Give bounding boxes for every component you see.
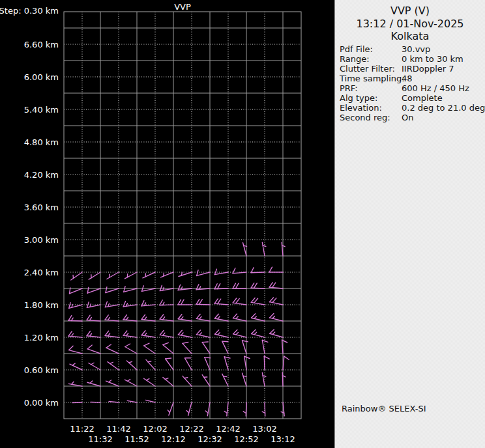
barb-feather (205, 357, 211, 358)
wind-barb (107, 272, 119, 279)
barb-feather (108, 333, 110, 336)
wind-barb (89, 272, 100, 279)
barb-feather (148, 361, 151, 362)
barb-feather (196, 285, 199, 290)
y-axis-label: 4.80 km (24, 137, 59, 147)
y-axis-labels: 6.60 km6.00 km5.40 km4.80 km4.20 km3.60 … (24, 40, 59, 408)
barb-feather (87, 331, 90, 336)
wind-barb (233, 298, 246, 305)
wind-barb (105, 331, 119, 337)
wind-barb (222, 374, 228, 386)
branding-text: Rainbow® SELEX-SI (342, 404, 426, 413)
barb-feather (236, 316, 238, 319)
barb-staff (214, 288, 228, 289)
barb-feather (233, 329, 237, 333)
wind-barb (69, 303, 82, 309)
barb-feather (145, 317, 147, 320)
barb-feather (108, 317, 110, 320)
barb-staff (197, 272, 210, 275)
barb-staff (106, 381, 119, 386)
wind-barb (163, 378, 173, 386)
barb-feather (197, 270, 198, 276)
wind-barb (160, 315, 173, 321)
wind-barb (178, 330, 192, 337)
wind-barb (270, 329, 283, 337)
barb-feather (163, 343, 168, 344)
param-label: Pdf File: (340, 44, 373, 54)
plot-title: VVP (174, 2, 191, 12)
wind-barb (123, 331, 137, 337)
barb-feather (109, 380, 111, 382)
wind-barb (262, 242, 265, 256)
param-label: Elevation: (340, 103, 382, 113)
barb-feather (178, 330, 182, 335)
x-axis-label: 11:22 (70, 424, 94, 434)
barb-staff (242, 341, 246, 354)
wind-barb (87, 331, 100, 337)
param-label: PRF: (340, 83, 358, 93)
barb-staff (125, 272, 137, 279)
x-axis-label: 12:22 (179, 424, 203, 434)
wind-barb (251, 268, 265, 273)
barb-feather (127, 380, 130, 382)
barb-staff (227, 402, 228, 416)
barb-feather (184, 378, 188, 378)
barb-feather (218, 299, 221, 303)
barb-staff (188, 402, 192, 415)
barb-feather (251, 298, 255, 302)
wind-barb (141, 315, 155, 321)
barb-feather (270, 313, 274, 317)
barb-feather (218, 284, 220, 289)
wind-barb (178, 285, 192, 290)
x-axis-label: 12:42 (216, 424, 240, 434)
panel-site: Kolkata (335, 30, 485, 43)
barb-staff (166, 359, 173, 370)
wind-barb (87, 315, 100, 321)
barb-feather (123, 301, 125, 307)
vvp-plot-canvas: VVP Step: 0.30 km 6.60 km6.00 km5.40 km4… (0, 0, 334, 448)
barb-feather (145, 333, 147, 336)
barb-feather (244, 356, 250, 358)
barb-feather (87, 315, 90, 320)
barb-feather (163, 317, 165, 320)
barb-feather (224, 411, 227, 413)
param-value: IIRDoppler 7 (402, 64, 454, 74)
barb-feather (218, 316, 220, 319)
wind-barb (68, 382, 82, 386)
wind-barb (160, 285, 173, 290)
param-value: On (402, 113, 413, 122)
wind-barb (224, 357, 230, 370)
x-axis-label: 11:42 (106, 424, 130, 434)
param-value: 0.2 deg to 21.0 deg (402, 103, 485, 113)
barb-staff (179, 272, 192, 276)
barb-staff (160, 305, 173, 305)
y-axis-label: 1.20 km (24, 333, 59, 343)
wind-barb (242, 373, 246, 386)
barb-feather (242, 341, 248, 342)
barb-feather (105, 301, 107, 307)
y-axis-label: 1.80 km (24, 300, 59, 310)
barb-staff (185, 358, 192, 370)
barb-feather (178, 300, 181, 305)
barb-staff (72, 402, 82, 403)
barb-staff (123, 305, 137, 307)
barb-staff (68, 384, 82, 386)
barb-feather (284, 356, 289, 359)
barb-staff (161, 272, 173, 277)
wind-barb (269, 283, 283, 288)
wind-barb (123, 301, 137, 307)
y-axis-label: 2.40 km (24, 268, 59, 277)
wind-barb (87, 381, 100, 386)
barb-feather (160, 315, 164, 319)
plot-frame (64, 12, 301, 419)
wind-barb (161, 272, 173, 277)
wind-barb (70, 363, 82, 370)
barb-staff (87, 382, 100, 386)
barb-feather (90, 318, 92, 320)
wind-barb (205, 402, 210, 416)
barb-feather (205, 411, 208, 413)
wind-barb (251, 298, 265, 305)
wind-barb (106, 344, 119, 354)
wind-barb (68, 331, 82, 337)
barb-staff (233, 318, 246, 321)
